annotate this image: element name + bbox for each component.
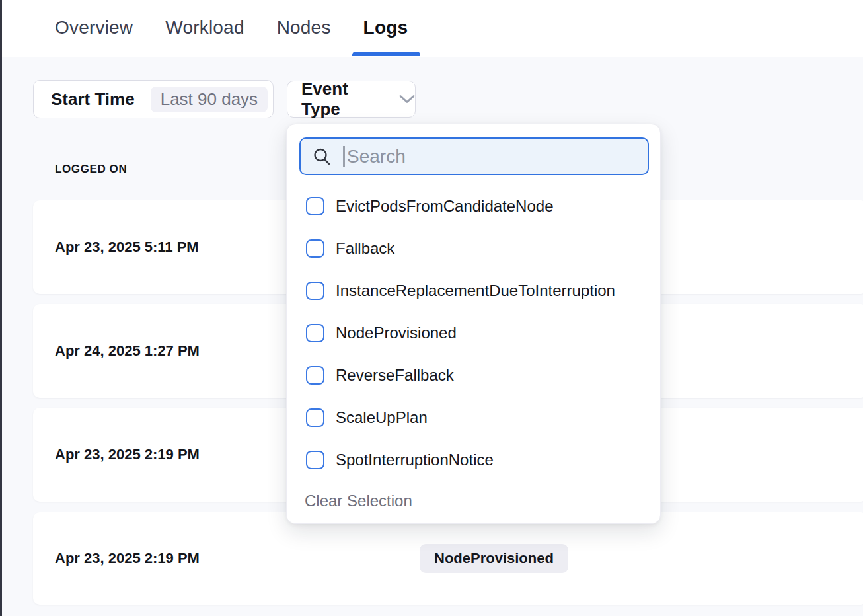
tab-workload[interactable]: Workload [165,0,244,56]
tab-logs-label: Logs [363,17,408,38]
logs-page: Overview Workload Nodes Logs Start Time … [0,0,863,616]
table-row: Apr 23, 2025 2:19 PM NodeProvisioned [33,512,863,605]
option-label: SpotInterruptionNotice [336,451,494,469]
checkbox[interactable] [306,408,324,427]
search-input[interactable] [345,146,648,167]
option-label: NodeProvisioned [336,324,457,342]
option-label: ScaleUpPlan [336,408,428,427]
event-type-filter-label: Event Type [301,79,391,120]
logged-on-cell: Apr 23, 2025 2:19 PM [55,550,200,567]
option-nodeprovisioned[interactable]: NodeProvisioned [287,312,660,354]
tabs: Overview Workload Nodes Logs [55,0,408,56]
event-type-badge: NodeProvisioned [420,544,568,573]
event-type-dropdown-panel: EvictPodsFromCandidateNode Fallback Inst… [286,124,661,524]
logged-on-column-header: LOGGED ON [55,163,127,176]
option-label: Fallback [336,239,394,258]
checkbox[interactable] [306,197,324,215]
logged-on-cell: Apr 23, 2025 5:11 PM [55,239,199,256]
start-time-filter-label: Start Time [51,89,135,110]
chevron-down-icon [399,95,415,104]
tab-bar: Overview Workload Nodes Logs [0,0,863,56]
search-field[interactable] [299,137,649,175]
tab-logs[interactable]: Logs [363,0,408,56]
tab-overview-label: Overview [55,17,133,38]
logged-on-cell: Apr 23, 2025 2:19 PM [55,446,200,463]
start-time-filter-value: Last 90 days [151,87,268,112]
option-evictpodsfromcandidatenode[interactable]: EvictPodsFromCandidateNode [287,185,660,227]
start-time-filter-button[interactable]: Start Time Last 90 days [33,80,274,118]
option-scaleupplan[interactable]: ScaleUpPlan [287,397,660,439]
event-type-option-list: EvictPodsFromCandidateNode Fallback Inst… [287,185,660,481]
tab-overview[interactable]: Overview [55,0,133,56]
search-icon [312,147,332,167]
option-label: InstanceReplacementDueToInterruption [336,282,615,300]
option-reversefallback[interactable]: ReverseFallback [287,354,660,397]
option-label: EvictPodsFromCandidateNode [336,197,554,215]
left-edge-divider [0,0,2,616]
option-spotinterruptionnotice[interactable]: SpotInterruptionNotice [287,439,660,481]
tab-nodes-label: Nodes [277,17,331,38]
tab-workload-label: Workload [165,17,244,38]
filter-separator [143,89,143,109]
logged-on-cell: Apr 24, 2025 1:27 PM [55,342,200,360]
option-label: ReverseFallback [336,366,454,385]
checkbox[interactable] [306,451,324,469]
tab-nodes[interactable]: Nodes [277,0,331,56]
checkbox[interactable] [306,324,324,342]
clear-selection-button[interactable]: Clear Selection [305,492,412,510]
event-type-filter-button[interactable]: Event Type [287,81,416,118]
checkbox[interactable] [306,239,324,258]
checkbox[interactable] [306,366,324,385]
active-tab-indicator [352,52,421,56]
option-fallback[interactable]: Fallback [287,227,660,270]
checkbox[interactable] [306,282,324,300]
option-instancereplacementduetointerruption[interactable]: InstanceReplacementDueToInterruption [287,270,660,312]
logs-content: Start Time Last 90 days Event Type LOGGE… [0,57,863,616]
